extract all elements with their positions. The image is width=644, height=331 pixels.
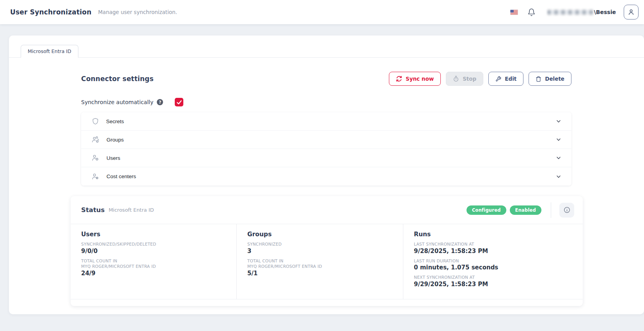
top-bar: User Synchronization Manage user synchro… xyxy=(0,0,644,24)
accordion-row-cost-centers[interactable]: Cost centers xyxy=(81,167,571,186)
profile-menu-button[interactable] xyxy=(624,5,639,19)
stat-column-title: Groups xyxy=(247,231,395,238)
shield-icon xyxy=(91,117,99,126)
status-column-runs: Runs LAST SYNCHRONIZATION AT 9/28/2025, … xyxy=(403,224,583,299)
notifications-button[interactable] xyxy=(527,8,536,16)
connector-settings-heading: Connector settings xyxy=(81,75,154,83)
logged-in-user: \Bessie xyxy=(547,9,616,15)
synchronize-automatically-label: Synchronize automatically xyxy=(81,99,153,105)
redacted-domain xyxy=(547,9,593,15)
status-heading: Status xyxy=(81,206,105,214)
status-badge-enabled: Enabled xyxy=(510,205,541,215)
accordion-row-secrets[interactable]: Secrets xyxy=(81,112,571,131)
chevron-down-icon[interactable] xyxy=(556,174,561,179)
vertical-divider xyxy=(551,202,551,218)
user-icon xyxy=(627,8,635,16)
sync-icon xyxy=(396,76,402,82)
user-name: \Bessie xyxy=(594,9,616,15)
metric: LAST SYNCHRONIZATION AT 9/28/2025, 1:58:… xyxy=(414,241,575,255)
page-title: User Synchronization xyxy=(10,8,91,16)
connector-sections-accordion: Secrets xyxy=(81,112,571,186)
metric: TOTAL COUNT IN MYQ ROGER/MICROSOFT ENTRA… xyxy=(247,258,395,277)
status-metrics: Users SYNCHRONIZED/SKIPPED/DELETED 9/0/0… xyxy=(71,224,583,299)
status-column-groups: Groups SYNCHRONIZED 3 TOTAL COUNT IN MYQ… xyxy=(236,224,403,299)
accordion-row-groups[interactable]: Groups xyxy=(81,131,571,149)
wrench-icon xyxy=(495,76,501,82)
us-flag-icon xyxy=(510,10,518,15)
page-subtitle: Manage user synchronization. xyxy=(98,9,177,15)
metric: SYNCHRONIZED/SKIPPED/DELETED 9/0/0 xyxy=(81,241,229,255)
status-info-button[interactable] xyxy=(559,203,574,218)
tab-bar: Microsoft Entra ID xyxy=(9,35,644,58)
trash-icon xyxy=(536,76,541,82)
info-icon xyxy=(563,206,571,214)
status-card-footer xyxy=(71,299,583,306)
synchronize-automatically-row: Synchronize automatically ? xyxy=(81,98,571,106)
question-icon[interactable]: ? xyxy=(157,99,163,105)
stopwatch-icon xyxy=(453,76,459,82)
status-header: Status Microsoft Entra ID Configured Ena… xyxy=(71,196,583,224)
language-selector[interactable] xyxy=(510,10,518,15)
status-connector-name: Microsoft Entra ID xyxy=(108,207,154,213)
topbar-actions: \Bessie xyxy=(510,5,640,19)
bell-icon xyxy=(527,8,536,16)
status-column-users: Users SYNCHRONIZED/SKIPPED/DELETED 9/0/0… xyxy=(71,224,236,299)
edit-button[interactable]: Edit xyxy=(488,72,523,86)
stop-button[interactable]: Stop xyxy=(446,72,483,86)
accordion-row-users[interactable]: Users xyxy=(81,149,571,167)
stat-column-title: Runs xyxy=(414,231,575,238)
status-badge-configured: Configured xyxy=(467,205,506,215)
content-card: Microsoft Entra ID Connector settings Sy… xyxy=(9,35,644,314)
synchronize-automatically-checkbox[interactable] xyxy=(175,98,183,106)
chevron-down-icon[interactable] xyxy=(556,155,561,161)
metric: LAST RUN DURATION 0 minutes, 1.075 secon… xyxy=(414,258,575,271)
person-coin-icon xyxy=(91,172,100,181)
chevron-down-icon[interactable] xyxy=(556,137,561,142)
metric: NEXT SYNCHRONIZATION AT 9/29/2025, 1:58:… xyxy=(414,274,575,288)
connector-actions: Sync now Stop xyxy=(389,72,571,86)
person-gear-icon xyxy=(91,154,100,162)
delete-button[interactable]: Delete xyxy=(529,72,571,86)
people-gear-icon xyxy=(91,135,100,144)
status-card: Status Microsoft Entra ID Configured Ena… xyxy=(71,196,583,306)
stat-column-title: Users xyxy=(81,231,229,238)
metric: SYNCHRONIZED 3 xyxy=(247,241,395,255)
tab-microsoft-entra-id[interactable]: Microsoft Entra ID xyxy=(21,45,78,58)
metric: TOTAL COUNT IN MYQ ROGER/MICROSOFT ENTRA… xyxy=(81,258,229,277)
connector-settings-section: Connector settings Sync now xyxy=(9,58,644,186)
sync-now-button[interactable]: Sync now xyxy=(389,72,441,86)
chevron-down-icon[interactable] xyxy=(556,119,561,124)
